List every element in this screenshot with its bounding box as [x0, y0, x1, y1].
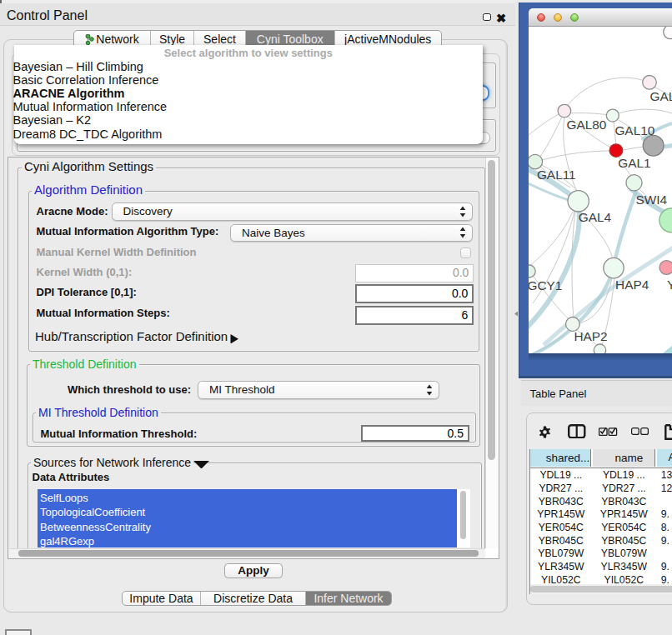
svg-text:GAL11: GAL11: [537, 168, 576, 182]
svg-text:SWI4: SWI4: [636, 192, 668, 207]
svg-text:GAL4: GAL4: [579, 210, 612, 224]
svg-text:HAP4: HAP4: [615, 278, 649, 292]
svg-text:GAL7: GAL7: [650, 89, 672, 103]
svg-text:GCY1: GCY1: [529, 278, 562, 292]
svg-text:Y: Y: [667, 278, 672, 292]
svg-text:GAL10: GAL10: [614, 123, 654, 138]
svg-text:HAP2: HAP2: [574, 329, 607, 343]
svg-text:GAL80: GAL80: [567, 118, 607, 132]
svg-text:GAL1: GAL1: [618, 156, 650, 170]
